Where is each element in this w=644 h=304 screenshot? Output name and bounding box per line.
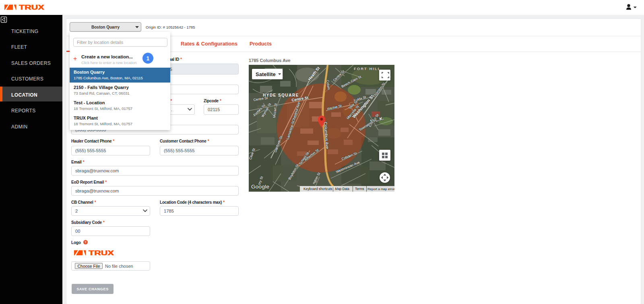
svg-text:TRUX: TRUX — [89, 250, 114, 256]
svg-text:TRUX: TRUX — [19, 4, 45, 10]
svg-text:HYDE SQUARE: HYDE SQUARE — [263, 93, 299, 97]
svg-text:Report a map error: Report a map error — [367, 187, 394, 191]
svg-text:Terms: Terms — [355, 187, 364, 191]
svg-text:Google: Google — [251, 184, 269, 190]
svg-text:Map Data: Map Data — [335, 187, 349, 191]
svg-text:Satellite: Satellite — [256, 71, 276, 77]
svg-text:FORT HILL: FORT HILL — [354, 66, 381, 71]
svg-text:Keyboard shortcuts: Keyboard shortcuts — [303, 187, 332, 191]
